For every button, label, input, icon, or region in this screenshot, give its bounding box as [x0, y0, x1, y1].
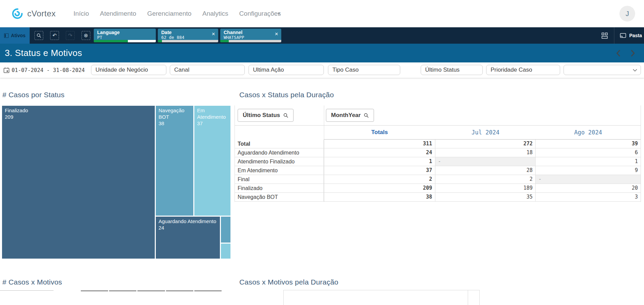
filter-select[interactable]	[564, 65, 641, 75]
chevron-down-icon[interactable]: ▼	[277, 12, 281, 16]
treemap-rect-em-atendimento[interactable]: Em Atendimento37	[194, 106, 230, 216]
date-range-picker[interactable]: 01-07-2024 - 31-08-2024 ▼	[3, 67, 94, 73]
logo-text: cVortex	[27, 9, 56, 18]
chevron-left-icon[interactable]	[616, 49, 621, 57]
filter-box-ultimo-status[interactable]: Último Status	[421, 65, 483, 75]
filter-chip-language[interactable]: LanguagePT	[94, 29, 156, 42]
selections-toolbar: Ativos ↶ ↷ ⊗ LanguagePTDate62 de 884×Cha…	[0, 27, 644, 44]
main-menu: InícioAtendimentoGerenciamentoAnalyticsC…	[74, 10, 281, 17]
filter-box-canal[interactable]: Canal	[170, 65, 245, 75]
pivot-cell: 311	[324, 140, 435, 148]
avatar[interactable]: J	[619, 6, 635, 21]
pivot-row-total: Total31127239	[235, 140, 641, 148]
bar-top-fragment	[166, 290, 193, 291]
pivot-column-headers: TotalsJul 2024Ago 2024	[324, 126, 641, 140]
filter-box-ultima-acao[interactable]: Ultima Ação	[249, 65, 324, 75]
pivot-row-label[interactable]: Final	[235, 175, 324, 184]
nav-item-atendimento[interactable]: Atendimento	[100, 10, 136, 17]
treemap-chart: Finalizado209Navegação BOT38Em Atendimen…	[2, 106, 230, 259]
chip-title: Channel	[224, 30, 278, 35]
treemap-label: Navegação BOT38	[156, 106, 193, 128]
pivot-cell: -	[435, 157, 536, 166]
treemap-rect-atendimento-finalizado[interactable]	[221, 244, 230, 259]
cvortex-logo-icon	[11, 7, 24, 20]
sheet-grid-button[interactable]	[595, 27, 614, 44]
step-back-button[interactable]: ↶	[50, 31, 59, 40]
selection-tools: ↶ ↷ ⊗	[34, 27, 90, 44]
treemap-rect-finalizado[interactable]: Finalizado209	[2, 106, 155, 259]
cvortex-logo[interactable]: cVortex	[11, 7, 56, 20]
date-range-value: 01-07-2024 - 31-08-2024	[12, 67, 85, 73]
pivot-table: Último Status MonthYear TotalsJul 2024Ag…	[235, 105, 641, 202]
treemap-rect-final[interactable]	[221, 217, 230, 243]
nav-item-analytics[interactable]: Analytics	[203, 10, 228, 17]
pasta-button[interactable]: Pasta	[614, 27, 644, 44]
filter-bar: 01-07-2024 - 31-08-2024 ▼ Unidade de Neg…	[0, 62, 644, 78]
pivot-cell: 18	[435, 148, 536, 157]
nav-item-configuracoes[interactable]: Configurações	[239, 10, 281, 17]
bottom-left-chart-fragment	[81, 290, 222, 291]
search-selections-button[interactable]	[34, 31, 43, 40]
bottom-left-title: # Casos x Motivos	[2, 278, 62, 286]
bar-top-fragment	[81, 290, 108, 291]
treemap-label-name: Aguardando Atendimento	[159, 218, 217, 225]
pivot-row-label[interactable]: Aguardando Atendimento	[235, 148, 324, 157]
pivot-cell: 2	[435, 175, 536, 184]
treemap-label-value: 209	[5, 114, 152, 120]
bar-top-fragment	[194, 290, 222, 291]
close-icon[interactable]: ×	[275, 31, 278, 37]
search-icon	[364, 113, 369, 118]
nav-item-gerenciamento[interactable]: Gerenciamento	[147, 10, 192, 17]
close-icon[interactable]: ×	[212, 31, 215, 37]
pivot-row-finalizado: Finalizado20918920	[235, 184, 641, 193]
pivot-cell: 1	[324, 157, 435, 166]
filter-chip-date[interactable]: Date62 de 884×	[158, 29, 218, 42]
pivot-row-label[interactable]: Em Atendimento	[235, 166, 324, 175]
pivot-cell: 1	[536, 157, 641, 166]
pivot-cell: 272	[435, 140, 536, 148]
pivot-column-header-ago-2024[interactable]: Ago 2024	[536, 126, 641, 139]
row-dimension-button[interactable]: Último Status	[238, 109, 294, 122]
chip-title: Date	[161, 30, 215, 35]
column-dimension-button[interactable]: MonthYear	[326, 109, 374, 122]
row-dimension-label: Último Status	[243, 112, 280, 119]
sheet-navigation	[616, 49, 635, 57]
treemap-label: Em Atendimento37	[194, 106, 230, 128]
filter-chip-channel[interactable]: ChannelWHATSAPP×	[220, 29, 281, 42]
pivot-row-atendimento-finalizado: Atendimento Finalizado1-1	[235, 157, 641, 166]
pivot-cell: 189	[435, 184, 536, 192]
nav-item-inicio[interactable]: Início	[74, 10, 89, 17]
pivot-row-label[interactable]: Finalizado	[235, 184, 324, 192]
pivot-row-navegacao-bot: Navegação BOT38353	[235, 193, 641, 202]
selection-chips: LanguagePTDate62 de 884×ChannelWHATSAPP×	[94, 27, 281, 44]
treemap-rect-navegacao-bot[interactable]: Navegação BOT38	[156, 106, 193, 216]
undo-icon: ↶	[53, 32, 57, 39]
pivot-cell: 28	[435, 166, 536, 175]
pivot-row-label[interactable]: Atendimento Finalizado	[235, 157, 324, 166]
pivot-row-label[interactable]: Navegação BOT	[235, 193, 324, 201]
board-icon	[4, 33, 9, 38]
filter-box-tipo-caso[interactable]: Tipo Caso	[328, 65, 400, 75]
pasta-label: Pasta	[629, 33, 642, 38]
pivot-cell: 39	[536, 140, 641, 148]
tab-ativos[interactable]: Ativos	[0, 27, 30, 44]
pivot-row-aguardando-atendimento: Aguardando Atendimento24186	[235, 148, 641, 157]
bottom-left-axis-fragment	[0, 290, 54, 291]
chevron-right-icon[interactable]	[630, 49, 635, 57]
pivot-column-header-jul-2024[interactable]: Jul 2024	[435, 126, 536, 139]
treemap-label-name: Em Atendimento	[197, 107, 228, 120]
pivot-header-zone: Último Status MonthYear	[235, 105, 641, 126]
sheet-title-bar: 3. Status e Motivos	[0, 44, 644, 62]
treemap-rect-aguardando-atendimento[interactable]: Aguardando Atendimento24	[156, 217, 220, 259]
pivot-row-label[interactable]: Total	[235, 140, 324, 148]
pivot-column-header-totals[interactable]: Totals	[324, 126, 435, 139]
sheet-title: 3. Status e Motivos	[5, 48, 82, 58]
pivot-row-final: Final22-	[235, 175, 641, 184]
clear-selections-button[interactable]: ⊗	[81, 31, 90, 40]
pivot-cell: 37	[324, 166, 435, 175]
bar-top-fragment	[109, 290, 136, 291]
filter-box-unidade-de-negocio[interactable]: Unidade de Negócio	[91, 65, 166, 75]
filter-box-prioridade-caso[interactable]: Prioridade Caso	[486, 65, 560, 75]
step-forward-button[interactable]: ↷	[66, 31, 75, 40]
selection-bar	[158, 40, 218, 42]
